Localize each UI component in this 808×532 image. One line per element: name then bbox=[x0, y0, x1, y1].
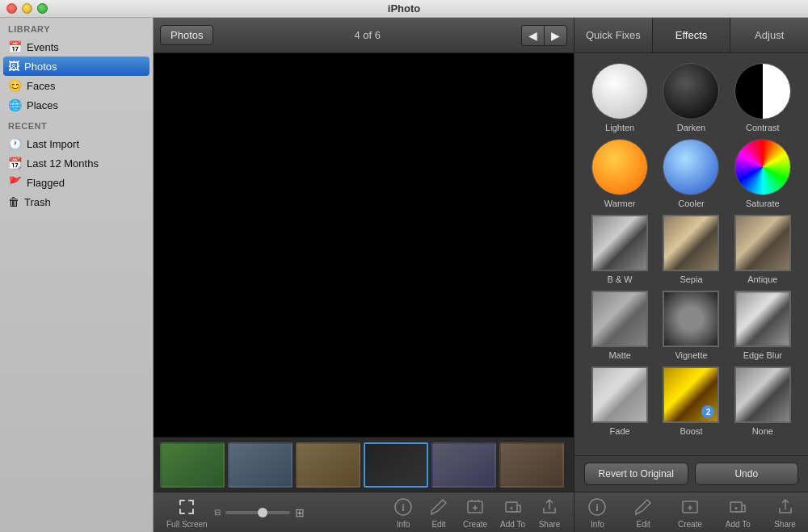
effect-contrast[interactable]: Contrast bbox=[734, 63, 791, 132]
content-toolbar: Photos 4 of 6 ◀ ▶ bbox=[154, 18, 574, 53]
places-icon: 🌐 bbox=[8, 98, 22, 111]
effect-none[interactable]: None bbox=[734, 367, 791, 436]
nav-prev-button[interactable]: ◀ bbox=[521, 25, 544, 46]
recent-header: RECENT bbox=[0, 115, 153, 134]
info-button[interactable]: i Info bbox=[392, 496, 415, 529]
effect-lighten[interactable]: Lighten bbox=[591, 63, 648, 132]
effect-fade[interactable]: Fade bbox=[591, 367, 648, 436]
filmstrip-thumb-4[interactable] bbox=[364, 442, 428, 488]
sepia-label: Sepia bbox=[680, 274, 702, 284]
right-info-button[interactable]: i Info bbox=[586, 496, 608, 529]
lighten-ball bbox=[591, 63, 648, 119]
content-area: Photos 4 of 6 ◀ ▶ bbox=[154, 18, 574, 532]
trash-icon: 🗑 bbox=[8, 195, 19, 208]
sidebar-item-trash[interactable]: 🗑 Trash bbox=[0, 192, 153, 212]
effect-cooler[interactable]: Cooler bbox=[663, 139, 719, 208]
revert-button[interactable]: Revert to Original bbox=[584, 463, 688, 485]
tab-bar: Quick Fixes Effects Adjust bbox=[574, 18, 808, 53]
effect-darken[interactable]: Darken bbox=[663, 63, 719, 132]
svg-rect-7 bbox=[192, 509, 194, 514]
tab-adjust[interactable]: Adjust bbox=[730, 18, 808, 52]
toolbar-center: 4 of 6 bbox=[220, 29, 515, 41]
effects-row-3: B & W Sepia Antique bbox=[584, 215, 798, 284]
fullscreen-icon bbox=[175, 496, 198, 518]
right-create-icon bbox=[679, 496, 701, 518]
sidebar-item-last-12-months[interactable]: 📆 Last 12 Months bbox=[0, 153, 153, 173]
matte-label: Matte bbox=[608, 350, 631, 360]
sidebar: LIBRARY 📅 Events 🖼 Photos 😊 Faces 🌐 Plac… bbox=[0, 18, 154, 532]
nav-next-button[interactable]: ▶ bbox=[544, 25, 567, 46]
sidebar-item-photos[interactable]: 🖼 Photos bbox=[3, 57, 149, 76]
effect-antique[interactable]: Antique bbox=[734, 215, 791, 284]
effect-warmer[interactable]: Warmer bbox=[591, 139, 648, 208]
sidebar-item-places[interactable]: 🌐 Places bbox=[0, 95, 153, 115]
right-create-button[interactable]: Create bbox=[678, 496, 702, 529]
cooler-label: Cooler bbox=[678, 199, 704, 208]
right-addto-button[interactable]: Add To bbox=[726, 496, 751, 529]
effect-matte[interactable]: Matte bbox=[591, 291, 648, 360]
photos-button[interactable]: Photos bbox=[160, 25, 213, 45]
right-edit-button[interactable]: Edit bbox=[632, 496, 654, 529]
library-header: LIBRARY bbox=[0, 18, 153, 37]
sidebar-item-label: Last 12 Months bbox=[27, 157, 99, 170]
filmstrip bbox=[154, 437, 574, 492]
filmstrip-thumb-2[interactable] bbox=[228, 442, 292, 488]
add-to-button[interactable]: Add To bbox=[500, 496, 525, 529]
sidebar-item-last-import[interactable]: 🕐 Last Import bbox=[0, 134, 153, 153]
right-edit-icon bbox=[632, 496, 654, 518]
antique-label: Antique bbox=[747, 274, 777, 284]
darken-label: Darken bbox=[677, 123, 705, 132]
sidebar-item-flagged[interactable]: 🚩 Flagged bbox=[0, 173, 153, 192]
edit-label: Edit bbox=[431, 520, 445, 529]
create-button[interactable]: Create bbox=[463, 496, 487, 529]
effect-vignette[interactable]: Vignette bbox=[663, 291, 719, 360]
photo-icon: 🖼 bbox=[8, 60, 19, 73]
effect-saturate[interactable]: Saturate bbox=[734, 139, 791, 208]
edgeblur-label: Edge Blur bbox=[743, 350, 782, 360]
tab-effects[interactable]: Effects bbox=[653, 18, 731, 52]
effect-boost[interactable]: 2 Boost bbox=[663, 367, 719, 436]
info-label: Info bbox=[397, 520, 410, 529]
sidebar-item-label: Places bbox=[27, 99, 58, 111]
maximize-button[interactable] bbox=[37, 3, 48, 14]
effect-sepia[interactable]: Sepia bbox=[663, 215, 719, 284]
sidebar-item-faces[interactable]: 😊 Faces bbox=[0, 76, 153, 95]
close-button[interactable] bbox=[6, 3, 17, 14]
svg-text:i: i bbox=[402, 501, 405, 513]
filmstrip-thumb-1[interactable] bbox=[160, 442, 225, 488]
zoom-large-icon: ⊞ bbox=[295, 506, 305, 519]
titlebar: iPhoto bbox=[0, 0, 808, 18]
faces-icon: 😊 bbox=[8, 79, 22, 92]
right-create-label: Create bbox=[678, 520, 702, 529]
minimize-button[interactable] bbox=[22, 3, 32, 14]
contrast-label: Contrast bbox=[746, 123, 780, 132]
matte-thumb-inner bbox=[593, 292, 646, 346]
fade-thumb-inner bbox=[593, 368, 646, 421]
right-share-button[interactable]: Share bbox=[774, 496, 797, 529]
undo-button[interactable]: Undo bbox=[695, 463, 799, 485]
effect-bw[interactable]: B & W bbox=[591, 215, 648, 284]
edit-button[interactable]: Edit bbox=[427, 496, 450, 529]
effect-edge-blur[interactable]: Edge Blur bbox=[734, 291, 791, 360]
filmstrip-thumb-6[interactable] bbox=[499, 442, 564, 488]
saturate-label: Saturate bbox=[746, 199, 780, 208]
svg-rect-5 bbox=[179, 509, 181, 514]
cooler-ball bbox=[663, 139, 719, 195]
filmstrip-thumb-3[interactable] bbox=[296, 442, 360, 488]
share-button[interactable]: Share bbox=[538, 496, 561, 529]
sidebar-item-events[interactable]: 📅 Events bbox=[0, 37, 153, 57]
filmstrip-thumb-5[interactable] bbox=[431, 442, 496, 488]
effects-row-2: Warmer Cooler Saturate bbox=[584, 139, 798, 208]
tab-quick-fixes[interactable]: Quick Fixes bbox=[574, 18, 653, 52]
full-screen-button[interactable]: Full Screen bbox=[166, 496, 208, 529]
zoom-control: ⊟ ⊞ bbox=[214, 506, 305, 519]
bw-label: B & W bbox=[608, 274, 633, 284]
svg-rect-3 bbox=[192, 500, 194, 505]
full-screen-label: Full Screen bbox=[166, 520, 208, 529]
sepia-thumb-inner bbox=[664, 216, 718, 270]
svg-text:i: i bbox=[596, 501, 600, 513]
sidebar-item-label: Flagged bbox=[27, 177, 65, 189]
zoom-small-icon: ⊟ bbox=[214, 508, 221, 517]
window-title: iPhoto bbox=[388, 2, 420, 15]
zoom-slider[interactable] bbox=[225, 511, 290, 514]
